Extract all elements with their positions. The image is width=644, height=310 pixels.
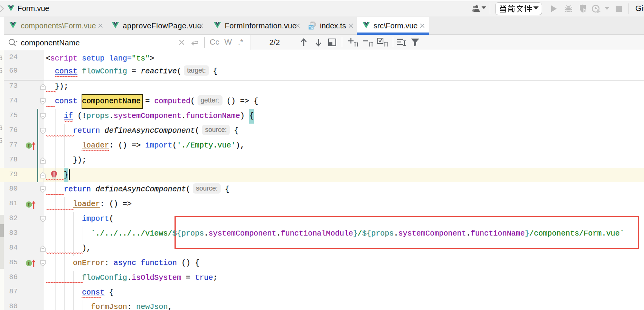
svg-text:I: I bbox=[28, 260, 30, 266]
svg-text:I: I bbox=[28, 202, 30, 208]
svg-text:I: I bbox=[28, 143, 30, 149]
svg-text:TS: TS bbox=[309, 26, 313, 29]
